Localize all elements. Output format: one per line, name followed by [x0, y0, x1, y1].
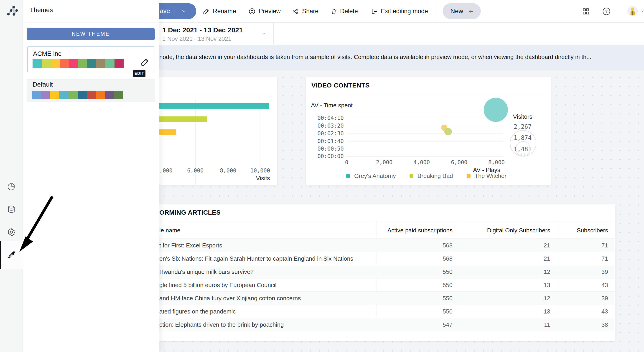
- themes-panel: Themes NEW THEME ACME inc EDIT Default: [22, 0, 159, 352]
- sidebar-item-settings[interactable]: [0, 221, 22, 243]
- new-dashboard-button[interactable]: New +: [443, 3, 481, 19]
- legend-label: The Witcher: [475, 172, 506, 180]
- new-theme-button[interactable]: NEW THEME: [27, 28, 155, 40]
- color-swatch: [106, 59, 114, 68]
- panel-title: Themes: [30, 6, 53, 14]
- theme-swatches: [32, 91, 123, 99]
- color-swatch: [105, 91, 114, 99]
- x-tick: 4,000: [414, 159, 430, 166]
- column-header-subscribers[interactable]: Subscribers: [577, 227, 608, 234]
- cell-article-name: ction: Elephants driven to the brink by …: [159, 321, 284, 328]
- column-header-active-paid-subscriptions[interactable]: Active paid subscriptions: [388, 227, 452, 234]
- table-row[interactable]: and HM face China fury over Xinjiang cot…: [159, 292, 615, 305]
- bar-amber[interactable]: [159, 129, 176, 135]
- gridline: [346, 141, 503, 142]
- cell-digital-only-subscribers: 13: [544, 308, 550, 315]
- color-swatch: [114, 59, 124, 68]
- cell-active-paid-subscriptions: 547: [443, 321, 452, 328]
- gear-icon: [7, 228, 16, 236]
- column-header-article-name[interactable]: le name: [159, 227, 180, 234]
- table-row[interactable]: Rwanda's unique milk bars survive? 550 1…: [159, 265, 615, 278]
- cell-article-name: Rwanda's unique milk bars survive?: [159, 268, 254, 275]
- cell-subscribers: 39: [602, 295, 608, 302]
- gridline: [346, 156, 503, 157]
- avatar[interactable]: [628, 6, 638, 17]
- table-row[interactable]: t for First: Excel Esports 568 21 71: [159, 239, 615, 252]
- cell-active-paid-subscriptions: 550: [443, 308, 452, 315]
- theme-card-acme[interactable]: ACME inc: [27, 47, 154, 72]
- rename-button[interactable]: Rename: [203, 0, 236, 23]
- chevron-down-icon: [261, 31, 267, 36]
- theme-swatches: [32, 59, 124, 68]
- video-contents-card[interactable]: VIDEO CONTENTS AV - Time spent 00:04:100…: [306, 77, 551, 185]
- legend-item[interactable]: Grey's Anatomy: [346, 172, 396, 180]
- y-tick: 00:01:40: [307, 138, 344, 144]
- edit-tooltip: EDIT: [133, 70, 146, 77]
- x-tick: ,000: [159, 167, 172, 174]
- gridline: [346, 134, 503, 134]
- cell-digital-only-subscribers: 11: [544, 321, 550, 328]
- table-row[interactable]: en's Six Nations: Fit-again Sarah Hunter…: [159, 252, 615, 265]
- edit-theme-pencil-icon[interactable]: [140, 57, 150, 67]
- y-axis-line: [346, 109, 346, 157]
- card-title: ORMING ARTICLES: [159, 209, 220, 216]
- sidebar-item-themes[interactable]: [0, 244, 22, 266]
- color-swatch: [87, 91, 96, 99]
- y-axis-title: AV - Time spent: [311, 102, 352, 109]
- color-swatch: [32, 91, 41, 99]
- chevron-down-icon[interactable]: [640, 9, 644, 13]
- table-row[interactable]: ated figures on the pandemic 550 13 43: [159, 305, 615, 318]
- apps-grid-button[interactable]: [581, 6, 591, 17]
- cell-subscribers: 43: [602, 282, 608, 289]
- color-swatch: [87, 59, 96, 68]
- cell-subscribers: 38: [602, 321, 608, 328]
- bubble-breaking-bad[interactable]: [444, 128, 452, 135]
- exit-editing-mode-label: Exit editing mode: [381, 8, 428, 15]
- cell-article-name: gle fined 5 billion euros by European Co…: [159, 282, 276, 289]
- bar-green[interactable]: [159, 116, 207, 122]
- articles-table-card[interactable]: ORMING ARTICLES le name Active paid subs…: [159, 204, 615, 341]
- exit-icon: [371, 8, 378, 15]
- eye-icon: [248, 8, 256, 15]
- color-swatch: [42, 59, 51, 68]
- legend-label: Grey's Anatomy: [354, 172, 396, 180]
- save-button-label: ave: [160, 7, 170, 15]
- legend-swatch: [346, 174, 350, 178]
- avatar-figure: [628, 6, 637, 16]
- cell-active-paid-subscriptions: 550: [443, 295, 452, 302]
- share-icon: [292, 8, 299, 15]
- x-tick: 2,000: [376, 159, 392, 166]
- help-button[interactable]: ?: [602, 6, 612, 17]
- x-tick: 10,000: [250, 167, 270, 174]
- x-tick: 0: [345, 159, 348, 166]
- cell-active-paid-subscriptions: 550: [443, 268, 452, 275]
- theme-card-default[interactable]: Default: [27, 79, 155, 102]
- cell-active-paid-subscriptions: 550: [443, 282, 452, 289]
- cell-digital-only-subscribers: 12: [544, 295, 550, 302]
- table-body: t for First: Excel Esports 568 21 71 en'…: [159, 239, 615, 331]
- color-swatch: [51, 59, 60, 68]
- cell-article-name: en's Six Nations: Fit-again Sarah Hunter…: [159, 255, 353, 262]
- save-split-divider: [174, 5, 174, 17]
- preview-button[interactable]: Preview: [248, 0, 281, 23]
- table-row[interactable]: gle fined 5 billion euros by European Co…: [159, 278, 615, 292]
- sidebar-item-datasets[interactable]: [0, 198, 22, 221]
- app-logo[interactable]: [3, 3, 20, 19]
- sidebar-item-charts[interactable]: [0, 175, 22, 198]
- theme-name: Default: [32, 81, 53, 88]
- delete-button[interactable]: Delete: [330, 0, 358, 23]
- legend-item[interactable]: The Witcher: [467, 172, 506, 180]
- y-tick: 00:04:10: [307, 115, 344, 121]
- visits-bar-chart-card[interactable]: ,0006,0008,00010,000 Visits: [159, 77, 277, 185]
- table-row[interactable]: ction: Elephants driven to the brink by …: [159, 318, 615, 331]
- legend-item[interactable]: Breaking Bad: [410, 172, 453, 180]
- size-legend-value: 1,874: [504, 134, 541, 141]
- share-button[interactable]: Share: [292, 0, 318, 23]
- bar-teal[interactable]: [159, 103, 269, 109]
- size-legend-value: 2,267: [504, 123, 541, 130]
- y-tick: 00:00:00: [307, 153, 344, 159]
- cell-digital-only-subscribers: 21: [544, 255, 550, 262]
- chevron-down-icon[interactable]: [180, 8, 187, 14]
- column-header-digital-only-subscribers[interactable]: Digital Only Subscribers: [487, 227, 550, 234]
- exit-editing-mode-button[interactable]: Exit editing mode: [371, 0, 428, 23]
